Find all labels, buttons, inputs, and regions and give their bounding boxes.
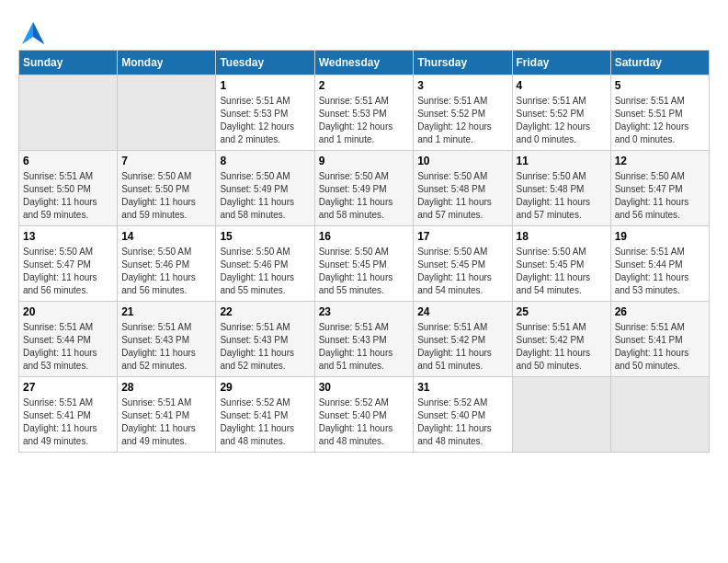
sunrise-text: Sunrise: 5:52 AM (319, 396, 410, 409)
daylight-text: Daylight: 11 hours and 56 minutes. (121, 271, 211, 297)
calendar-cell: 26 Sunrise: 5:51 AM Sunset: 5:41 PM Dayl… (610, 302, 709, 377)
sunrise-text: Sunrise: 5:50 AM (220, 246, 310, 259)
calendar-cell: 29 Sunrise: 5:52 AM Sunset: 5:41 PM Dayl… (216, 377, 314, 453)
calendar-cell (118, 75, 216, 151)
weekday-header-tuesday: Tuesday (216, 51, 314, 75)
sunset-text: Sunset: 5:45 PM (417, 259, 507, 271)
sunrise-text: Sunrise: 5:51 AM (220, 321, 310, 334)
logo (18, 18, 44, 40)
day-number: 5 (615, 79, 705, 92)
daylight-text: Daylight: 11 hours and 56 minutes. (23, 271, 113, 297)
calendar-cell: 20 Sunrise: 5:51 AM Sunset: 5:44 PM Dayl… (19, 302, 118, 377)
daylight-text: Daylight: 11 hours and 55 minutes. (319, 271, 410, 297)
sunrise-text: Sunrise: 5:50 AM (121, 170, 211, 183)
sunset-text: Sunset: 5:53 PM (319, 108, 410, 121)
daylight-text: Daylight: 11 hours and 59 minutes. (121, 196, 211, 222)
day-info: Sunrise: 5:51 AM Sunset: 5:41 PM Dayligh… (615, 321, 705, 373)
calendar-cell: 22 Sunrise: 5:51 AM Sunset: 5:43 PM Dayl… (216, 302, 314, 377)
daylight-text: Daylight: 11 hours and 53 minutes. (615, 271, 705, 297)
day-info: Sunrise: 5:50 AM Sunset: 5:46 PM Dayligh… (220, 246, 310, 297)
day-number: 14 (121, 230, 211, 243)
sunset-text: Sunset: 5:53 PM (220, 108, 310, 121)
sunrise-text: Sunrise: 5:51 AM (517, 95, 607, 108)
sunrise-text: Sunrise: 5:51 AM (23, 321, 113, 334)
day-number: 28 (121, 381, 211, 394)
day-number: 21 (121, 305, 211, 318)
calendar-cell: 28 Sunrise: 5:51 AM Sunset: 5:41 PM Dayl… (118, 377, 216, 453)
day-info: Sunrise: 5:51 AM Sunset: 5:43 PM Dayligh… (121, 321, 211, 373)
calendar-cell: 10 Sunrise: 5:50 AM Sunset: 5:48 PM Dayl… (414, 151, 512, 226)
day-info: Sunrise: 5:50 AM Sunset: 5:45 PM Dayligh… (517, 246, 607, 297)
day-info: Sunrise: 5:51 AM Sunset: 5:53 PM Dayligh… (319, 95, 410, 146)
calendar-cell: 9 Sunrise: 5:50 AM Sunset: 5:49 PM Dayli… (314, 151, 414, 226)
day-number: 9 (319, 155, 410, 167)
day-number: 3 (417, 79, 507, 92)
sunset-text: Sunset: 5:50 PM (121, 183, 211, 196)
sunrise-text: Sunrise: 5:50 AM (121, 246, 211, 259)
sunrise-text: Sunrise: 5:51 AM (417, 321, 507, 334)
sunset-text: Sunset: 5:47 PM (615, 183, 705, 196)
sunrise-text: Sunrise: 5:50 AM (517, 246, 607, 259)
calendar-cell: 13 Sunrise: 5:50 AM Sunset: 5:47 PM Dayl… (19, 226, 118, 302)
calendar-cell: 7 Sunrise: 5:50 AM Sunset: 5:50 PM Dayli… (118, 151, 216, 226)
sunrise-text: Sunrise: 5:51 AM (121, 321, 211, 334)
day-number: 25 (517, 305, 607, 318)
day-info: Sunrise: 5:51 AM Sunset: 5:44 PM Dayligh… (23, 321, 113, 373)
day-number: 31 (417, 381, 507, 394)
daylight-text: Daylight: 11 hours and 59 minutes. (23, 196, 113, 222)
weekday-header-friday: Friday (512, 51, 610, 75)
daylight-text: Daylight: 11 hours and 54 minutes. (517, 271, 607, 297)
daylight-text: Daylight: 12 hours and 0 minutes. (517, 121, 607, 146)
day-number: 17 (417, 230, 507, 243)
sunrise-text: Sunrise: 5:51 AM (517, 321, 607, 334)
day-number: 19 (615, 230, 705, 243)
day-number: 18 (517, 230, 607, 243)
sunrise-text: Sunrise: 5:51 AM (615, 246, 705, 259)
sunset-text: Sunset: 5:48 PM (517, 183, 607, 196)
day-number: 26 (615, 305, 705, 318)
daylight-text: Daylight: 11 hours and 55 minutes. (220, 271, 310, 297)
day-info: Sunrise: 5:50 AM Sunset: 5:49 PM Dayligh… (319, 170, 410, 222)
day-number: 6 (23, 155, 113, 167)
day-info: Sunrise: 5:51 AM Sunset: 5:42 PM Dayligh… (417, 321, 507, 373)
day-info: Sunrise: 5:51 AM Sunset: 5:52 PM Dayligh… (517, 95, 607, 146)
sunset-text: Sunset: 5:51 PM (615, 108, 705, 121)
sunrise-text: Sunrise: 5:50 AM (23, 246, 113, 259)
calendar-cell (512, 377, 610, 453)
sunrise-text: Sunrise: 5:51 AM (23, 396, 113, 409)
day-number: 10 (417, 155, 507, 167)
day-number: 1 (220, 79, 310, 92)
day-number: 20 (23, 305, 113, 318)
week-row-3: 20 Sunrise: 5:51 AM Sunset: 5:44 PM Dayl… (19, 302, 710, 377)
day-number: 16 (319, 230, 410, 243)
sunset-text: Sunset: 5:49 PM (220, 183, 310, 196)
calendar-cell: 27 Sunrise: 5:51 AM Sunset: 5:41 PM Dayl… (19, 377, 118, 453)
day-info: Sunrise: 5:50 AM Sunset: 5:47 PM Dayligh… (615, 170, 705, 222)
daylight-text: Daylight: 11 hours and 57 minutes. (417, 196, 507, 222)
day-info: Sunrise: 5:52 AM Sunset: 5:40 PM Dayligh… (319, 396, 410, 448)
daylight-text: Daylight: 12 hours and 1 minute. (319, 121, 410, 146)
logo-icon (18, 18, 40, 40)
sunrise-text: Sunrise: 5:51 AM (615, 321, 705, 334)
week-row-1: 6 Sunrise: 5:51 AM Sunset: 5:50 PM Dayli… (19, 151, 710, 226)
sunrise-text: Sunrise: 5:51 AM (319, 321, 410, 334)
day-info: Sunrise: 5:50 AM Sunset: 5:47 PM Dayligh… (23, 246, 113, 297)
calendar-cell (610, 377, 709, 453)
calendar-cell: 15 Sunrise: 5:50 AM Sunset: 5:46 PM Dayl… (216, 226, 314, 302)
daylight-text: Daylight: 11 hours and 51 minutes. (319, 347, 410, 373)
day-info: Sunrise: 5:52 AM Sunset: 5:41 PM Dayligh… (220, 396, 310, 448)
daylight-text: Daylight: 11 hours and 52 minutes. (121, 347, 211, 373)
day-number: 13 (23, 230, 113, 243)
daylight-text: Daylight: 11 hours and 50 minutes. (517, 347, 607, 373)
day-info: Sunrise: 5:51 AM Sunset: 5:42 PM Dayligh… (517, 321, 607, 373)
day-number: 4 (517, 79, 607, 92)
calendar-cell: 8 Sunrise: 5:50 AM Sunset: 5:49 PM Dayli… (216, 151, 314, 226)
week-row-2: 13 Sunrise: 5:50 AM Sunset: 5:47 PM Dayl… (19, 226, 710, 302)
sunrise-text: Sunrise: 5:51 AM (615, 95, 705, 108)
sunrise-text: Sunrise: 5:50 AM (417, 170, 507, 183)
day-number: 7 (121, 155, 211, 167)
sunset-text: Sunset: 5:42 PM (417, 334, 507, 347)
sunset-text: Sunset: 5:52 PM (417, 108, 507, 121)
svg-marker-1 (33, 22, 44, 44)
sunrise-text: Sunrise: 5:50 AM (615, 170, 705, 183)
